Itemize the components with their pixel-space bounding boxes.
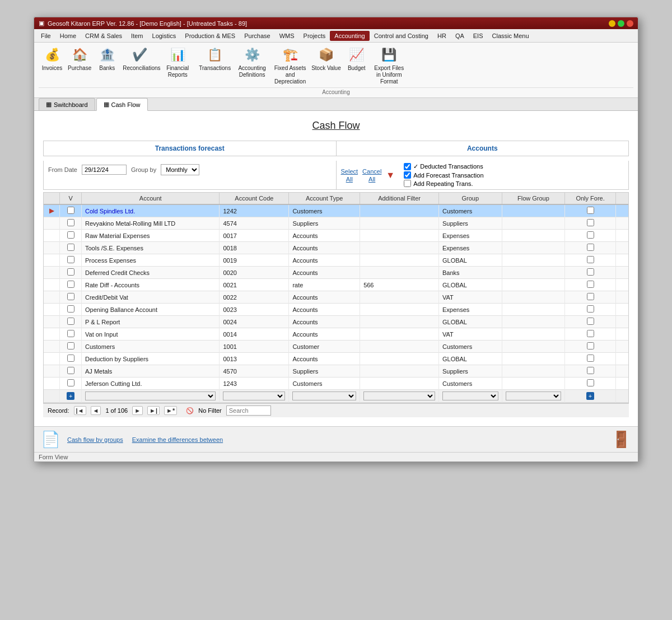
menu-logistics[interactable]: Logistics [148, 31, 181, 41]
ribbon-export-files[interactable]: 💾 Export Files in Uniform Format [370, 45, 408, 86]
only-fore-checkbox[interactable] [587, 207, 594, 214]
edit-select-1[interactable] [223, 391, 285, 400]
only-fore-cell[interactable] [565, 353, 616, 365]
row-checkbox-cell[interactable] [60, 267, 82, 279]
menu-purchase[interactable]: Purchase [240, 31, 274, 41]
menu-eis[interactable]: EIS [469, 31, 488, 41]
menu-file[interactable]: File [36, 31, 55, 41]
edit-select-3[interactable] [363, 391, 435, 400]
cancel-all-link[interactable]: Cancel [362, 168, 381, 175]
tab-cash-flow[interactable]: ▦ Cash Flow [96, 98, 148, 111]
edit-fore-cell[interactable]: + [565, 390, 616, 403]
menu-projects[interactable]: Projects [299, 31, 330, 41]
only-fore-cell[interactable] [565, 242, 616, 254]
menu-classic[interactable]: Classic Menu [488, 31, 534, 41]
row-checkbox-cell[interactable] [60, 279, 82, 291]
row-checkbox[interactable] [67, 318, 74, 325]
menu-accounting[interactable]: Accounting [330, 31, 369, 41]
edit-cell-2[interactable] [289, 390, 360, 403]
only-fore-checkbox[interactable] [587, 355, 594, 362]
edit-cell-3[interactable] [360, 390, 439, 403]
search-input[interactable] [226, 405, 271, 416]
ribbon-purchase[interactable]: 🏠 Purchase [66, 45, 94, 73]
edit-cell-1[interactable] [220, 390, 289, 403]
edit-cell-5[interactable] [502, 390, 565, 403]
only-fore-checkbox[interactable] [587, 231, 594, 239]
forecast-checkbox[interactable] [404, 171, 411, 179]
row-checkbox-cell[interactable] [60, 242, 82, 254]
only-fore-cell[interactable] [565, 377, 616, 390]
menu-production[interactable]: Production & MES [180, 31, 240, 41]
only-fore-checkbox[interactable] [587, 367, 594, 374]
row-checkbox[interactable] [67, 244, 74, 251]
record-last-btn[interactable]: ►* [164, 406, 177, 415]
ribbon-transactions[interactable]: 📋 Transactions [197, 45, 233, 73]
only-fore-cell[interactable] [565, 254, 616, 267]
repeating-checkbox[interactable] [404, 180, 411, 187]
menu-home[interactable]: Home [55, 31, 81, 41]
row-checkbox-cell[interactable] [60, 217, 82, 230]
edit-select-4[interactable] [442, 391, 498, 400]
only-fore-checkbox[interactable] [587, 244, 594, 251]
only-fore-cell[interactable] [565, 267, 616, 279]
only-fore-cell[interactable] [565, 217, 616, 230]
ribbon-stock-value[interactable]: 📦 Stock Value [309, 45, 343, 73]
only-fore-cell[interactable] [565, 291, 616, 304]
only-fore-cell[interactable] [565, 279, 616, 291]
only-fore-checkbox[interactable] [587, 219, 594, 226]
row-checkbox-cell[interactable] [60, 316, 82, 328]
row-checkbox-cell[interactable] [60, 230, 82, 242]
only-fore-cell[interactable] [565, 304, 616, 316]
row-checkbox[interactable] [67, 305, 74, 313]
row-checkbox[interactable] [67, 355, 74, 362]
record-prev-btn[interactable]: ◄ [91, 406, 101, 415]
only-fore-checkbox[interactable] [587, 379, 594, 386]
menu-item[interactable]: Item [127, 31, 147, 41]
tab-switchboard[interactable]: ▦ Switchboard [39, 98, 95, 110]
only-fore-cell[interactable] [565, 316, 616, 328]
edit-checkbox-cell[interactable]: + [60, 390, 82, 403]
filter-icon[interactable]: ▼ [386, 170, 395, 180]
minimize-button[interactable] [609, 20, 615, 27]
edit-select-5[interactable] [506, 391, 562, 400]
only-fore-cell[interactable] [565, 230, 616, 242]
row-checkbox[interactable] [67, 207, 74, 214]
row-checkbox-cell[interactable] [60, 304, 82, 316]
ribbon-financial-reports[interactable]: 📊 Financial Reports [158, 45, 197, 80]
only-fore-cell[interactable] [565, 328, 616, 341]
record-next-btn[interactable]: ► [132, 406, 143, 415]
only-fore-checkbox[interactable] [587, 293, 594, 300]
only-fore-checkbox[interactable] [587, 281, 594, 288]
cancel-all-link2[interactable]: All [368, 176, 375, 183]
row-checkbox[interactable] [67, 293, 74, 300]
only-fore-checkbox[interactable] [587, 256, 594, 263]
only-fore-checkbox[interactable] [587, 342, 594, 349]
edit-cell-0[interactable] [82, 390, 220, 403]
add-row-button[interactable]: + [67, 392, 74, 400]
only-fore-cell[interactable] [565, 365, 616, 377]
ribbon-fixed-assets[interactable]: 🏗️ Fixed Assets and Depreciation [271, 45, 309, 86]
from-date-input[interactable] [82, 165, 127, 175]
row-checkbox[interactable] [67, 231, 74, 239]
close-button[interactable] [627, 20, 633, 27]
row-checkbox[interactable] [67, 219, 74, 226]
ribbon-invoices[interactable]: 💰 Invoices [39, 45, 66, 73]
deducted-checkbox[interactable] [404, 163, 411, 170]
ribbon-reconciliations[interactable]: ✔️ Reconciliations [120, 45, 158, 73]
only-fore-checkbox[interactable] [587, 318, 594, 325]
edit-cell-4[interactable] [438, 390, 502, 403]
menu-wms[interactable]: WMS [275, 31, 299, 41]
row-checkbox[interactable] [67, 330, 74, 337]
row-checkbox-cell[interactable] [60, 377, 82, 390]
only-fore-checkbox[interactable] [587, 268, 594, 276]
menu-control[interactable]: Control and Costing [370, 31, 433, 41]
edit-fore-button[interactable]: + [586, 392, 594, 400]
exit-icon[interactable]: 🚪 [612, 430, 631, 449]
only-fore-checkbox[interactable] [587, 305, 594, 313]
select-all-link[interactable]: Select [341, 168, 358, 175]
row-checkbox[interactable] [67, 342, 74, 349]
menu-qa[interactable]: QA [451, 31, 469, 41]
ribbon-accounting-definitions[interactable]: ⚙️ Accounting Definitions [233, 45, 271, 80]
ribbon-banks[interactable]: 🏦 Banks [94, 45, 120, 73]
only-fore-cell[interactable] [565, 204, 616, 217]
